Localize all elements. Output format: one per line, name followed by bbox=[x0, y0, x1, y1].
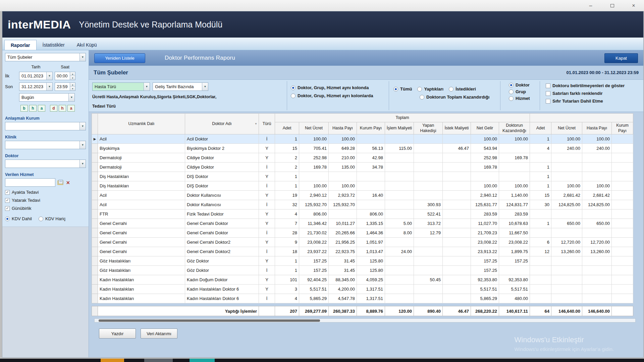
col-header[interactable]: Hasta Payı bbox=[582, 122, 612, 134]
print-button[interactable]: Yazdır bbox=[99, 328, 136, 339]
col-header[interactable]: Doktorun Kazandırdığı bbox=[499, 122, 530, 134]
spin-down-icon[interactable]: ▼ bbox=[70, 87, 75, 90]
patient-type-select[interactable]: Hasta Türü ▼ bbox=[92, 82, 150, 91]
radio-doktorun-toplam[interactable]: Doktorun Toplam Kazandırdığı bbox=[420, 95, 489, 100]
quick-range-button[interactable]: a bbox=[38, 105, 45, 112]
col-header[interactable]: Hasta Payı bbox=[329, 122, 357, 134]
doctor-select[interactable]: ▼ bbox=[5, 160, 86, 168]
radio-group-grup[interactable]: Grup bbox=[509, 89, 530, 94]
table-row[interactable]: AcilDoktor Kullanıcısıİ32125,932.70125,9… bbox=[92, 200, 633, 209]
basis-select[interactable]: Geliş Tarihi Bazında ▼ bbox=[153, 82, 208, 91]
checkbox-ayakta[interactable]: Ayakta Tedavi bbox=[5, 190, 86, 195]
branch-select[interactable]: Tüm Şubeler ▼ bbox=[5, 53, 86, 61]
col-header-turu[interactable]: Türü bbox=[259, 114, 275, 134]
col-header-doktor-adi[interactable]: Doktor Adı▼ bbox=[185, 114, 259, 134]
col-header[interactable]: Net Gelir bbox=[471, 122, 499, 134]
radio-yaptiklari[interactable]: Yaptıkları bbox=[417, 86, 443, 92]
chevron-down-icon[interactable]: ▼ bbox=[46, 83, 52, 90]
patient-type-value: Hasta Türü bbox=[93, 83, 144, 90]
clinic-select[interactable]: ▼ bbox=[5, 141, 86, 149]
col-header[interactable]: İşlem Maliyeti bbox=[385, 122, 414, 134]
col-header[interactable]: Yapan Hakedişi bbox=[414, 122, 443, 134]
table-row[interactable]: BiyokimyaBiyokimya Doktor 2Y15705.41649.… bbox=[92, 144, 633, 153]
radio-separate-columns[interactable]: Doktor, Grup, Hizmet ayrı kolonlarda bbox=[291, 93, 373, 98]
spin-up-icon[interactable]: ▲ bbox=[70, 83, 75, 87]
table-row[interactable]: Diş HastalıklarıDIŞ DoktorY11 bbox=[92, 172, 633, 181]
table-row[interactable]: Kadın HastalıklarıKadın Hastalıkları Dok… bbox=[92, 294, 633, 303]
chevron-down-icon[interactable]: ▼ bbox=[202, 83, 208, 90]
service-lookup-icon[interactable] bbox=[57, 180, 64, 185]
row-marker bbox=[92, 228, 98, 238]
table-cell: İ bbox=[259, 294, 275, 303]
scrollbar-thumb[interactable] bbox=[99, 319, 320, 322]
col-header[interactable]: İstek Maliyeti bbox=[443, 122, 471, 134]
checkbox-color-rows[interactable]: Satırları farklı renklendir bbox=[546, 91, 625, 96]
tab-akil-kupu[interactable]: Akıl Küpü bbox=[71, 40, 103, 50]
date-preset-select[interactable]: Bugün ▼ bbox=[19, 93, 75, 102]
table-row[interactable]: Genel CerrahiGenel Cerrahi Doktor2İ1823,… bbox=[92, 247, 633, 256]
close-icon[interactable]: × bbox=[630, 3, 637, 8]
maximize-icon[interactable] bbox=[608, 3, 616, 8]
chevron-down-icon[interactable]: ▼ bbox=[46, 72, 52, 80]
chevron-down-icon[interactable]: ▼ bbox=[79, 160, 86, 168]
clear-service-icon[interactable]: ✕ bbox=[66, 180, 70, 185]
table-row[interactable]: Kadın HastalıklarıKadın Doğum DoktorY101… bbox=[92, 275, 633, 285]
last-date-picker[interactable]: 31.12.2023 ▼ bbox=[19, 82, 53, 91]
radio-kdv-haric[interactable]: KDV Hariç bbox=[39, 216, 66, 221]
tab-raporlar[interactable]: Raporlar bbox=[4, 40, 37, 50]
table-row[interactable]: Göz HastalıklarıGöz DoktorY1157.2531.451… bbox=[92, 256, 633, 266]
col-header[interactable]: Kurum Payı bbox=[612, 122, 633, 134]
table-row[interactable]: FTRFizik Tedavi DoktorY4806.00806.00522.… bbox=[92, 209, 633, 219]
radio-group-hizmet[interactable]: Hizmet bbox=[509, 96, 530, 101]
close-report-button[interactable]: Kapat bbox=[604, 53, 638, 63]
quick-range-button[interactable]: h bbox=[29, 105, 37, 112]
checkbox-exclude-zero[interactable]: Sıfır Tutarları Dahil Etme bbox=[546, 99, 625, 104]
col-header[interactable]: Adet bbox=[275, 122, 299, 134]
table-row[interactable]: ▶AcilAcil Doktorİ1100.00100.00100.00100.… bbox=[92, 134, 633, 144]
date-column-label: Tarih bbox=[19, 65, 53, 69]
export-button[interactable]: Veri Aktarımı bbox=[141, 328, 177, 339]
radio-kdv-dahil[interactable]: KDV Dahil bbox=[5, 216, 32, 221]
service-input[interactable] bbox=[5, 178, 55, 187]
col-header[interactable]: Net Ücret bbox=[299, 122, 329, 134]
table-row[interactable]: Göz HastalıklarıGöz Doktorİ1157.2531.451… bbox=[92, 266, 633, 275]
table-row[interactable]: DermatolojiCildiye DoktorY2252.98210.004… bbox=[92, 153, 633, 163]
tab-istatistikler[interactable]: İstatistikler bbox=[37, 40, 71, 50]
radio-tumu[interactable]: Tümü bbox=[393, 86, 412, 92]
col-header-uzmanlik-dali[interactable]: Uzmanlık Dalı bbox=[98, 114, 185, 134]
refresh-list-button[interactable]: Yeniden Listele bbox=[94, 53, 145, 63]
quick-range-button[interactable]: d bbox=[50, 105, 57, 112]
checkbox-show-unassigned[interactable]: Doktoru belirtilmeyenleri de göster bbox=[546, 83, 625, 88]
checkbox-gunubirlik[interactable]: Günübirlik bbox=[5, 206, 86, 211]
checkbox-yatarak[interactable]: Yatarak Tedavi bbox=[5, 198, 86, 203]
radio-group-doktor[interactable]: Doktor bbox=[509, 82, 530, 87]
first-time-stepper[interactable]: 00:00 ▲▼ bbox=[55, 72, 75, 80]
quick-range-button[interactable]: h bbox=[59, 105, 66, 112]
quick-range-button[interactable]: a bbox=[67, 105, 75, 112]
table-row[interactable]: AcilDoktor KullanıcısıY192,940.122,923.7… bbox=[92, 191, 633, 200]
agreed-institution-select[interactable]: ▼ bbox=[5, 122, 86, 130]
chevron-down-icon[interactable]: ▼ bbox=[79, 141, 86, 149]
table-row[interactable]: Kadın HastalıklarıKadın Hastalıkları Dok… bbox=[92, 285, 633, 294]
first-date-picker[interactable]: 01.01.2023 ▼ bbox=[19, 72, 53, 80]
table-row[interactable]: Genel CerrahiGenel Cerrahi Doktorİ2821,7… bbox=[92, 228, 633, 238]
radio-istedikleri[interactable]: İstedikleri bbox=[449, 86, 476, 92]
col-header[interactable]: Net Ücret bbox=[551, 122, 582, 134]
horizontal-scrollbar[interactable] bbox=[94, 318, 636, 322]
chevron-down-icon[interactable]: ▼ bbox=[68, 94, 74, 101]
col-header[interactable]: Kurum Payı bbox=[357, 122, 385, 134]
minimize-icon[interactable]: – bbox=[587, 3, 594, 8]
spin-up-icon[interactable]: ▲ bbox=[70, 72, 75, 76]
table-row[interactable]: Diş HastalıklarıDIŞ Doktorİ1100.00100.00… bbox=[92, 181, 633, 191]
last-time-stepper[interactable]: 23:59 ▲▼ bbox=[55, 82, 75, 91]
table-row[interactable]: Genel CerrahiGenel Cerrahi Doktor2Y923,0… bbox=[92, 238, 633, 247]
radio-same-column[interactable]: Doktor, Grup, Hizmet aynı kolonda bbox=[291, 85, 373, 90]
chevron-down-icon[interactable]: ▼ bbox=[79, 53, 86, 61]
col-header[interactable]: Adet bbox=[530, 122, 551, 134]
spin-down-icon[interactable]: ▼ bbox=[70, 76, 75, 80]
table-row[interactable]: DermatolojiCildiye Doktorİ2169.78135.003… bbox=[92, 163, 633, 172]
chevron-down-icon[interactable]: ▼ bbox=[79, 122, 86, 130]
quick-range-button[interactable]: b bbox=[20, 105, 28, 112]
table-row[interactable]: Genel CerrahiGenel Cerrahi DoktorY711,34… bbox=[92, 219, 633, 228]
chevron-down-icon[interactable]: ▼ bbox=[144, 83, 150, 90]
